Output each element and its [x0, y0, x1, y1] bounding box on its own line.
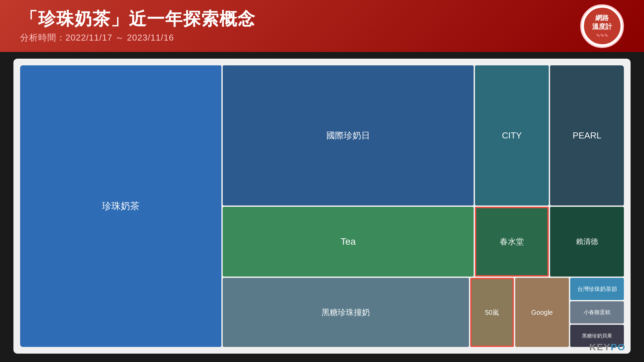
- treemap: 珍珠奶茶 國際珍奶日 CITY PEARL Tea: [20, 65, 624, 347]
- bottom-row: 黑糖珍珠撞奶 50嵐 Google 台灣珍珠奶茶節 小春雞蛋糕 黑糖珍: [223, 278, 624, 347]
- cell-pearl: PEARL: [550, 65, 624, 205]
- cell-city: CITY: [475, 65, 549, 205]
- page-subtitle: 分析時間：2022/11/17 ～ 2023/11/16: [20, 32, 580, 44]
- cell-city-label: CITY: [502, 130, 522, 141]
- cell-lai: 賴清德: [550, 207, 624, 277]
- cell-tea-label: Tea: [340, 236, 356, 247]
- keypo-o: O: [618, 342, 626, 352]
- cell-heitan: 黑糖珍珠撞奶: [223, 278, 469, 347]
- keypo-p: P: [611, 342, 618, 352]
- cell-pearl-label: PEARL: [573, 130, 601, 141]
- cell-taiwan-label: 台灣珍珠奶茶節: [577, 285, 617, 293]
- cell-zhenzhu-label: 珍珠奶茶: [102, 200, 140, 213]
- page-title: 「珍珠奶茶」近一年探索概念: [20, 8, 580, 29]
- cell-lai-label: 賴清德: [576, 237, 598, 247]
- top-row: 國際珍奶日 CITY PEARL: [223, 65, 624, 205]
- header-text-block: 「珍珠奶茶」近一年探索概念 分析時間：2022/11/17 ～ 2023/11/…: [20, 8, 580, 44]
- cell-google-label: Google: [531, 309, 553, 316]
- cell-xiaochun-label: 小春雞蛋糕: [584, 309, 610, 316]
- logo-wave: ∿∿∿: [596, 32, 608, 38]
- cell-heitan2-label: 黑糖珍奶貝果: [582, 333, 612, 339]
- cell-guoji: 國際珍奶日: [223, 65, 474, 205]
- cell-guoji-label: 國際珍奶日: [326, 130, 370, 141]
- cell-zhenzhu: 珍珠奶茶: [20, 65, 221, 347]
- cell-heitan-label: 黑糖珍珠撞奶: [322, 307, 370, 318]
- cell-taiwan: 台灣珍珠奶茶節: [570, 278, 624, 300]
- logo: 網路 溫度計 ∿∿∿: [583, 7, 622, 45]
- right-sub-col: 台灣珍珠奶茶節 小春雞蛋糕 黑糖珍奶貝果: [570, 278, 624, 347]
- keypo-watermark: KEYPO: [589, 342, 626, 353]
- cell-chunshui-label: 春水堂: [500, 236, 524, 247]
- right-columns: 國際珍奶日 CITY PEARL Tea 春水堂 賴清德: [223, 65, 624, 347]
- cell-50lan: 50嵐: [470, 278, 514, 347]
- main-content: 珍珠奶茶 國際珍奶日 CITY PEARL Tea: [13, 59, 631, 354]
- header: 「珍珠奶茶」近一年探索概念 分析時間：2022/11/17 ～ 2023/11/…: [0, 0, 644, 52]
- cell-chunshui: 春水堂: [475, 207, 549, 277]
- cell-google: Google: [515, 278, 569, 347]
- mid-row: Tea 春水堂 賴清德: [223, 207, 624, 277]
- cell-50lan-label: 50嵐: [485, 308, 499, 317]
- logo-line1: 網路: [595, 13, 609, 22]
- cell-xiaochun: 小春雞蛋糕: [570, 301, 624, 323]
- logo-line2: 溫度計: [592, 22, 612, 31]
- logo-container: 網路 溫度計 ∿∿∿: [580, 4, 624, 48]
- cell-tea: Tea: [223, 207, 474, 277]
